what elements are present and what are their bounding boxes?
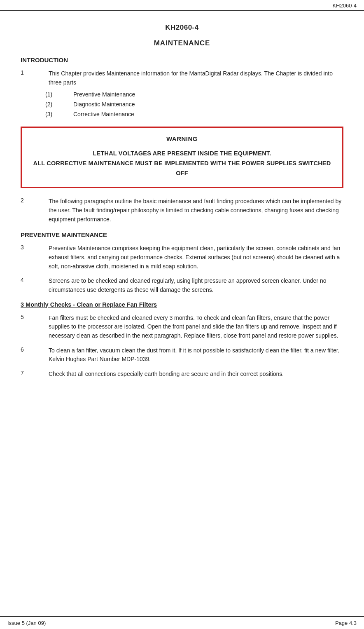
page-wrapper: KH2060-4 KH2060-4 MAINTENANCE INTRODUCTI…	[0, 0, 364, 629]
para2-text: The following paragraphs outline the bas…	[49, 197, 343, 224]
list-item-2: (2) Diagnostic Maintenance	[45, 101, 343, 108]
warning-body: LETHAL VOLTAGES ARE PRESENT INSIDE THE E…	[32, 149, 332, 178]
top-header: KH2060-4	[0, 0, 364, 11]
para1-num: 1	[21, 69, 49, 87]
footer: Issue 5 (Jan 09) Page 4.3	[0, 616, 364, 629]
section-title: MAINTENANCE	[21, 39, 343, 47]
warning-title: WARNING	[32, 135, 332, 142]
para6-num: 6	[21, 346, 49, 364]
header-doc-ref: KH2060-4	[332, 2, 357, 9]
paragraph-5-row: 5 Fan filters must be checked and cleane…	[21, 314, 343, 340]
paragraph-4-row: 4 Screens are to be checked and cleaned …	[21, 277, 343, 294]
paragraph-7-row: 7 Check that all connections especially …	[21, 370, 343, 379]
main-content: KH2060-4 MAINTENANCE INTRODUCTION 1 This…	[0, 11, 364, 418]
para3-num: 3	[21, 244, 49, 271]
paragraph-1-row: 1 This Chapter provides Maintenance info…	[21, 69, 343, 87]
warning-line2: ALL CORRECTIVE MAINTENANCE MUST BE IMPLE…	[32, 159, 332, 178]
footer-right: Page 4.3	[335, 620, 357, 626]
warning-box: WARNING LETHAL VOLTAGES ARE PRESENT INSI…	[21, 127, 343, 188]
para7-text: Check that all connections especially ea…	[49, 370, 343, 379]
list-item-3: (3) Corrective Maintenance	[45, 111, 343, 117]
list-num-3: (3)	[45, 111, 73, 117]
para4-num: 4	[21, 277, 49, 294]
doc-title: KH2060-4	[21, 23, 343, 32]
paragraph-3-row: 3 Preventive Maintenance comprises keepi…	[21, 244, 343, 271]
subheading-fan-filters: 3 Monthly Checks - Clean or Replace Fan …	[21, 301, 343, 308]
list-text-2: Diagnostic Maintenance	[73, 101, 343, 108]
para1-text: This Chapter provides Maintenance inform…	[49, 69, 343, 87]
para6-text: To clean a fan filter, vacuum clean the …	[49, 346, 343, 364]
list-item-1: (1) Preventive Maintenance	[45, 91, 343, 98]
para4-text: Screens are to be checked and cleaned re…	[49, 277, 343, 294]
list-text-3: Corrective Maintenance	[73, 111, 343, 117]
para3-text: Preventive Maintenance comprises keeping…	[49, 244, 343, 271]
footer-left: Issue 5 (Jan 09)	[7, 620, 46, 626]
paragraph-6-row: 6 To clean a fan filter, vacuum clean th…	[21, 346, 343, 364]
para5-text: Fan filters must be checked and cleaned …	[49, 314, 343, 340]
list-num-1: (1)	[45, 91, 73, 98]
list-text-1: Preventive Maintenance	[73, 91, 343, 98]
para2-num: 2	[21, 197, 49, 224]
introduction-heading: INTRODUCTION	[21, 56, 343, 63]
list-num-2: (2)	[45, 101, 73, 108]
para5-num: 5	[21, 314, 49, 340]
para7-num: 7	[21, 370, 49, 379]
warning-line1: LETHAL VOLTAGES ARE PRESENT INSIDE THE E…	[32, 149, 332, 159]
preventive-heading: PREVENTIVE MAINTENANCE	[21, 231, 343, 238]
paragraph-2-row: 2 The following paragraphs outline the b…	[21, 197, 343, 224]
